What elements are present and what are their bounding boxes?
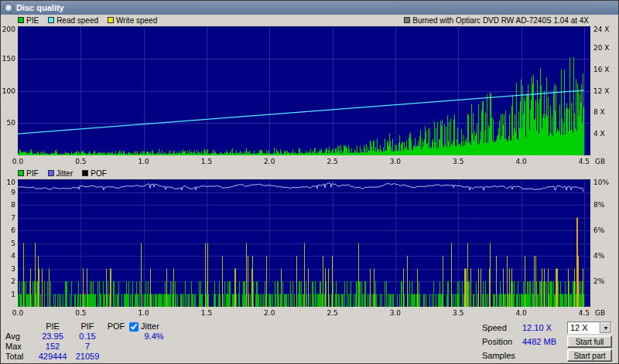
legend-pof: POF bbox=[82, 169, 107, 178]
stats-table: PIE PIF POF Jitter Avg 23.95 0.15 9.4% M… bbox=[5, 321, 179, 362]
avg-pof-value bbox=[103, 332, 129, 342]
total-pif-value: 21059 bbox=[72, 352, 103, 362]
position-label: Position bbox=[482, 337, 518, 346]
jitter-toggle[interactable]: Jitter bbox=[129, 321, 179, 332]
avg-row-label: Avg bbox=[5, 332, 33, 342]
pif-chart-legend: PIF Jitter POF bbox=[1, 168, 618, 179]
burn-swatch-icon bbox=[404, 17, 410, 23]
legend-jitter: Jitter bbox=[48, 169, 74, 178]
test-controls: Speed 12.10 X 12 X ▼ Position 4482 MB St… bbox=[482, 321, 612, 362]
max-pof-value bbox=[103, 342, 129, 352]
jitter-checkbox-label: Jitter bbox=[141, 321, 159, 332]
write-speed-swatch-icon bbox=[108, 17, 114, 23]
avg-pif-value: 0.15 bbox=[72, 332, 103, 342]
speed-select-value: 12 X bbox=[568, 322, 600, 333]
legend-pof-label: POF bbox=[91, 169, 107, 178]
max-jitter-value bbox=[129, 342, 179, 352]
stats-panel: PIE PIF POF Jitter Avg 23.95 0.15 9.4% M… bbox=[1, 319, 618, 364]
legend-pie: PIE bbox=[18, 16, 39, 25]
speed-select[interactable]: 12 X ▼ bbox=[567, 321, 612, 334]
pie-column-header: PIE bbox=[33, 321, 72, 332]
legend-write-speed: Write speed bbox=[108, 16, 157, 25]
total-jitter-value bbox=[129, 352, 179, 362]
max-pif-value: 7 bbox=[72, 342, 103, 352]
total-pie-value: 429444 bbox=[33, 352, 72, 362]
total-row-label: Total bbox=[5, 352, 33, 362]
legend-pif-label: PIF bbox=[26, 169, 39, 178]
position-value: 4482 MB bbox=[522, 337, 563, 346]
legend-pie-label: PIE bbox=[26, 16, 39, 25]
read-speed-swatch-icon bbox=[48, 17, 54, 23]
jitter-swatch-icon bbox=[48, 170, 54, 176]
max-pie-value: 152 bbox=[33, 342, 72, 352]
legend-write-speed-label: Write speed bbox=[116, 16, 157, 25]
stats-corner bbox=[5, 321, 33, 332]
pof-swatch-icon bbox=[82, 170, 88, 176]
legend-jitter-label: Jitter bbox=[56, 169, 74, 178]
pif-swatch-icon bbox=[18, 170, 24, 176]
pie-chart-canvas bbox=[1, 26, 619, 168]
speed-value: 12.10 X bbox=[522, 323, 563, 332]
pie-chart-legend: PIE Read speed Write speed Burned with O… bbox=[1, 15, 618, 26]
speed-label: Speed bbox=[482, 323, 518, 332]
jitter-checkbox[interactable] bbox=[129, 322, 139, 332]
legend-read-speed: Read speed bbox=[48, 16, 98, 25]
window-title: Disc quality bbox=[16, 3, 64, 12]
start-part-button[interactable]: Start part bbox=[567, 349, 612, 362]
samples-label: Samples bbox=[482, 351, 518, 360]
pof-column-header: POF bbox=[103, 321, 129, 332]
avg-pie-value: 23.95 bbox=[33, 332, 72, 342]
disc-icon bbox=[4, 3, 13, 12]
pif-column-header: PIF bbox=[72, 321, 103, 332]
max-row-label: Max bbox=[5, 342, 33, 352]
chevron-down-icon[interactable]: ▼ bbox=[600, 322, 611, 333]
burn-annotation-label: Burned with Optiarc DVD RW AD-7240S 1.04… bbox=[412, 16, 589, 25]
pie-swatch-icon bbox=[18, 17, 24, 23]
title-bar[interactable]: Disc quality bbox=[1, 1, 618, 15]
legend-read-speed-label: Read speed bbox=[56, 16, 98, 25]
total-pof-value bbox=[103, 352, 129, 362]
legend-pif: PIF bbox=[18, 169, 39, 178]
disc-quality-window: Disc quality PIE Read speed Write speed … bbox=[0, 0, 619, 364]
avg-jitter-value: 9.4% bbox=[129, 332, 179, 342]
start-full-button[interactable]: Start full bbox=[567, 335, 612, 348]
burn-annotation: Burned with Optiarc DVD RW AD-7240S 1.04… bbox=[404, 16, 589, 25]
pif-chart-canvas bbox=[1, 179, 619, 319]
